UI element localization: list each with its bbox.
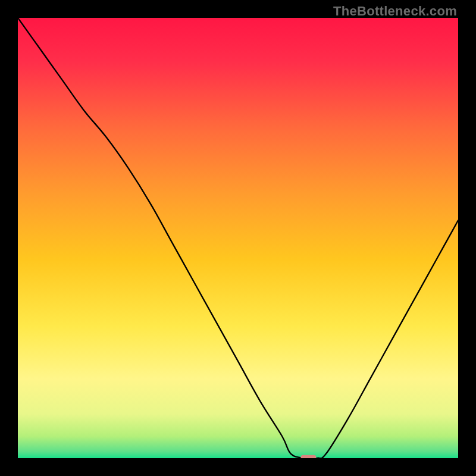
plot-area	[18, 18, 458, 458]
chart-container: TheBottleneck.com	[0, 0, 476, 476]
optimal-marker	[300, 455, 316, 458]
gradient-background	[18, 18, 458, 458]
bottleneck-chart	[18, 18, 458, 458]
watermark-text: TheBottleneck.com	[333, 4, 457, 19]
